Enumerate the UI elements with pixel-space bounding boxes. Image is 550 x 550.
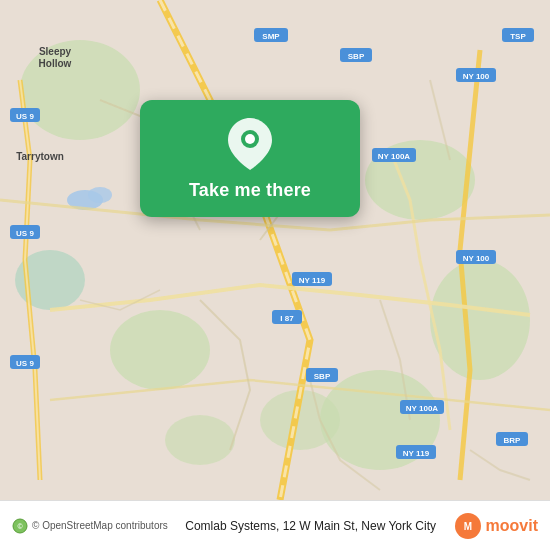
svg-point-47 <box>245 134 255 144</box>
map-container: I 87 I 87 US 9 US 9 US 9 NY 100 NY 100 N… <box>0 0 550 500</box>
svg-text:BRP: BRP <box>504 436 522 445</box>
svg-text:NY 119: NY 119 <box>299 276 326 285</box>
svg-text:M: M <box>463 521 471 532</box>
bottom-bar: © © OpenStreetMap contributors Comlab Sy… <box>0 500 550 550</box>
map-svg: I 87 I 87 US 9 US 9 US 9 NY 100 NY 100 N… <box>0 0 550 500</box>
cta-card[interactable]: Take me there <box>140 100 360 217</box>
svg-text:SMP: SMP <box>262 32 280 41</box>
svg-text:Hollow: Hollow <box>39 58 72 69</box>
svg-text:SBP: SBP <box>348 52 365 61</box>
svg-text:US 9: US 9 <box>16 229 34 238</box>
location-label: Comlab Systems, 12 W Main St, New York C… <box>168 519 454 533</box>
svg-text:Tarrytown: Tarrytown <box>16 151 64 162</box>
svg-text:I 87: I 87 <box>280 314 294 323</box>
svg-text:NY 100: NY 100 <box>463 254 490 263</box>
attribution: © © OpenStreetMap contributors <box>12 518 168 534</box>
svg-text:TSP: TSP <box>510 32 526 41</box>
svg-point-8 <box>165 415 235 465</box>
osm-logo-icon: © <box>12 518 28 534</box>
svg-point-10 <box>88 187 112 203</box>
svg-point-3 <box>430 260 530 380</box>
svg-text:©: © <box>17 523 23 530</box>
attribution-text: © OpenStreetMap contributors <box>32 520 168 531</box>
take-me-there-button[interactable]: Take me there <box>189 180 311 201</box>
svg-text:NY 119: NY 119 <box>403 449 430 458</box>
svg-point-4 <box>110 310 210 390</box>
svg-text:NY 100A: NY 100A <box>378 152 411 161</box>
moovit-text: moovit <box>486 517 538 535</box>
svg-text:US 9: US 9 <box>16 359 34 368</box>
svg-text:NY 100: NY 100 <box>463 72 490 81</box>
svg-text:US 9: US 9 <box>16 112 34 121</box>
moovit-icon: M <box>454 512 482 540</box>
svg-text:Sleepy: Sleepy <box>39 46 72 57</box>
svg-text:NY 100A: NY 100A <box>406 404 439 413</box>
svg-text:SBP: SBP <box>314 372 331 381</box>
moovit-logo: M moovit <box>454 512 538 540</box>
pin-icon <box>224 118 276 170</box>
